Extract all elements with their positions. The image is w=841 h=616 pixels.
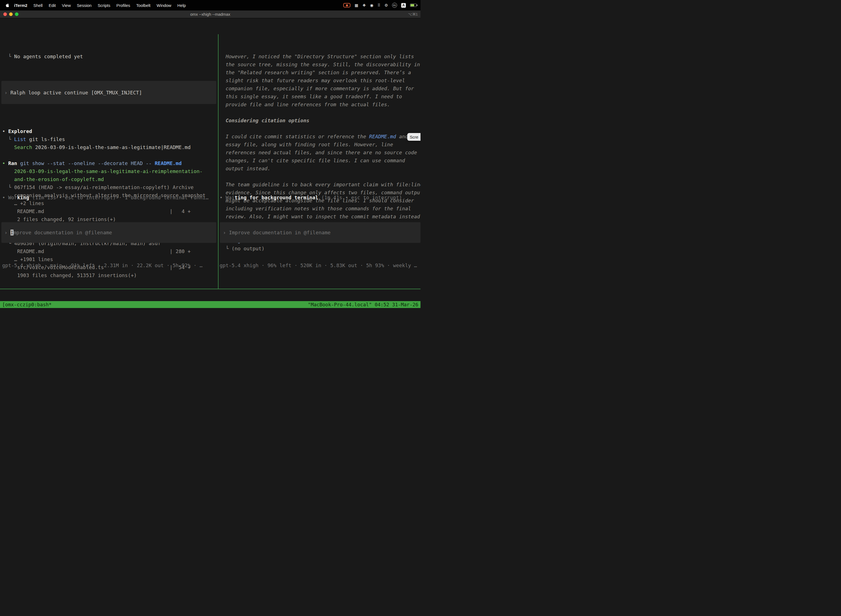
text-segment: •: [2, 128, 8, 134]
text-segment: • Wor: [2, 195, 17, 200]
right-pane[interactable]: However, I noticed the "Directory Struct…: [218, 34, 420, 289]
terminal: └ No agents completed yet › Ralph loop a…: [0, 18, 420, 308]
stack-icon[interactable]: ❖: [362, 3, 366, 7]
menu-item-edit[interactable]: Edit: [45, 3, 59, 8]
text-segment: However, I noticed the "Directory Struct…: [220, 54, 414, 59]
circle-icon[interactable]: ◉: [370, 3, 373, 7]
text-segment: I could cite commit statistics or refere…: [220, 133, 369, 139]
menu-item-window[interactable]: Window: [154, 3, 174, 8]
screen-recording-indicator[interactable]: [343, 3, 350, 7]
window-shortcut-hint: ⌥⌘1: [408, 12, 420, 16]
text-segment: and: [396, 133, 408, 139]
input-source-badge[interactable]: A: [401, 3, 406, 8]
text-segment: └: [2, 54, 14, 59]
menu-item-shell[interactable]: Shell: [30, 3, 45, 8]
left-pane-bottom: • Working (11m 13s • esc to interrupt) ·…: [0, 177, 218, 289]
tmux-session-label: [omx-cczip0:bash*: [2, 302, 51, 308]
ralph-loop-banner: › Ralph loop active continue [OMX_TMUX_I…: [1, 81, 216, 104]
status-icons: ▦❖◉⠿⚙: [355, 3, 388, 7]
apple-menu-icon[interactable]: [6, 3, 9, 7]
terminal-line: the source tree, missing the essay. Stil…: [220, 60, 420, 69]
left-pane[interactable]: └ No agents completed yet › Ralph loop a…: [0, 34, 218, 289]
terminal-line: Considering citation options: [220, 116, 420, 125]
terminal-line: companion file, especially if more comme…: [220, 84, 420, 92]
menu-status-area: ▦❖◉⠿⚙ 61 A: [343, 3, 417, 8]
terminal-line: essay file, along with finding root file…: [220, 141, 420, 148]
text-segment: the "Related research writing" section i…: [220, 70, 411, 75]
text-segment: changes, I can't cite specific file line…: [220, 158, 405, 163]
terminal-line: references need actual files, and since …: [220, 148, 420, 157]
menu-item-toolbelt[interactable]: Toolbelt: [133, 3, 154, 8]
menu-items: iTerm2ShellEditViewSessionScriptsProfile…: [11, 3, 189, 8]
record-dot-icon: [346, 4, 348, 6]
menu-item-session[interactable]: Session: [74, 3, 95, 8]
terminal-line: [2, 151, 218, 159]
grid-icon[interactable]: ▦: [355, 3, 358, 7]
text-segment: No agents completed yet: [14, 54, 83, 59]
text-segment: README.md: [155, 160, 182, 166]
window-title-bar: omx --xhigh --madmax ⌥⌘1: [0, 10, 420, 18]
traffic-lights: [0, 12, 19, 16]
right-pane-bottom: • Waiting for background terminal (1m 41…: [218, 177, 420, 289]
text-segment: •: [2, 160, 8, 166]
text-segment: provide file and line references from th…: [220, 101, 390, 107]
no-agents-line: └ No agents completed yet: [2, 53, 218, 60]
tmux-host-time: "MacBook-Pro-44.local" 04:52 31-Mar-26: [308, 302, 418, 308]
text-segment: (11m 13s • esc to interrupt) · 1 backgro…: [29, 195, 209, 200]
terminal-line: the "Related research writing" section i…: [220, 69, 420, 76]
text-segment: essay file, along with finding root file…: [220, 142, 393, 147]
terminal-line: I could cite commit statistics or refere…: [220, 132, 420, 141]
text-segment: └: [2, 136, 14, 142]
terminal-line: Search 2026-03-09-is-legal-the-same-as-l…: [2, 143, 218, 151]
text-segment: mprove documentation in @filename: [13, 230, 112, 235]
zoom-button[interactable]: [15, 12, 19, 16]
prompt-input[interactable]: › Improve documentation in @filename: [220, 222, 420, 243]
menu-item-profiles[interactable]: Profiles: [113, 3, 133, 8]
text-segment: README.md: [369, 133, 396, 139]
text-segment: output instead.: [220, 166, 270, 172]
text-segment: I: [10, 230, 13, 235]
menu-item-iterm2[interactable]: iTerm2: [11, 3, 30, 8]
minimize-button[interactable]: [9, 12, 13, 16]
text-segment: Ran: [8, 160, 18, 166]
terminal-line: • Explored: [2, 127, 218, 135]
text-segment: slight risk that future readers may over…: [220, 78, 405, 84]
menu-item-help[interactable]: Help: [174, 3, 189, 8]
text-segment: 2026-03-09-is-legal-the-same-as-legitima…: [32, 144, 190, 150]
working-status-line: • Working (11m 13s • esc to interrupt) ·…: [0, 194, 218, 201]
text-segment: List: [14, 136, 26, 142]
model-status-line: gpt-5.4 xhigh · 96% left · 520K in · 5.8…: [218, 261, 420, 269]
terminal-line: provide file and line references from th…: [220, 100, 420, 109]
text-segment: Ralph loop active continue [OMX_TMUX_INJ…: [10, 90, 142, 95]
text-segment: [2, 144, 14, 150]
close-button[interactable]: [3, 12, 7, 16]
prompt-input[interactable]: › Improve documentation in @filename: [1, 222, 216, 243]
terminal-line: [220, 109, 420, 116]
percent-badge[interactable]: 61: [392, 3, 397, 8]
tmux-panes: └ No agents completed yet › Ralph loop a…: [0, 34, 420, 289]
text-segment: the source tree, missing the essay. Stil…: [220, 62, 420, 67]
notification-peek[interactable]: Scre: [407, 133, 420, 141]
prompt-text: › Improve documentation in @filename: [223, 229, 331, 236]
ralph-loop-line: › Ralph loop active continue [OMX_TMUX_I…: [4, 89, 142, 97]
terminal-line: • Ran git show --stat --oneline --decora…: [2, 159, 218, 167]
battery-icon[interactable]: [410, 4, 417, 7]
menu-item-view[interactable]: View: [59, 3, 74, 8]
tmux-status-bar: [omx-cczip0:bash* "MacBook-Pro-44.local"…: [0, 301, 420, 308]
terminal-line: slight risk that future readers may over…: [220, 76, 420, 84]
text-segment: Explored: [8, 128, 32, 134]
text-segment: › Improve documentation in @filename: [223, 230, 331, 235]
gear-icon[interactable]: ⚙: [384, 3, 388, 7]
text-segment: this single essay, it seems like a good …: [220, 94, 402, 99]
text-segment: Search: [14, 144, 32, 150]
terminal-line: [220, 125, 420, 132]
menu-item-scripts[interactable]: Scripts: [95, 3, 113, 8]
text-segment: references need actual files, and since …: [220, 150, 417, 155]
terminal-line: 2026-03-09-is-legal-the-same-as-legitima…: [2, 167, 218, 175]
text-segment: git ls-files: [26, 136, 65, 142]
dots-grid-icon[interactable]: ⠿: [378, 3, 380, 7]
prompt-text: › Improve documentation in @filename: [4, 229, 112, 236]
terminal-line: However, I noticed the "Directory Struct…: [220, 53, 420, 60]
text-segment: ting for background terminal: [234, 195, 318, 200]
battery-fill: [410, 4, 414, 6]
